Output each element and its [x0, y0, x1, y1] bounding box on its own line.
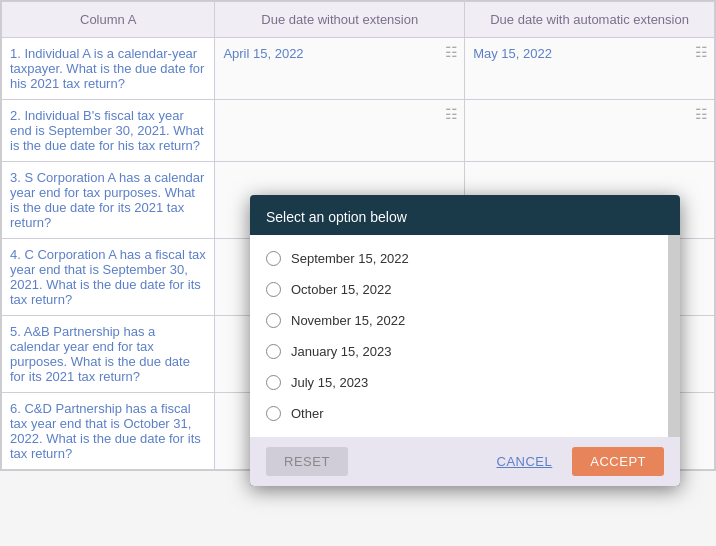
footer-right: CANCEL ACCEPT — [497, 447, 664, 476]
option-item[interactable]: July 15, 2023 — [250, 367, 668, 398]
option-radio[interactable] — [266, 282, 281, 297]
option-radio[interactable] — [266, 406, 281, 421]
option-radio[interactable] — [266, 313, 281, 328]
option-radio[interactable] — [266, 251, 281, 266]
option-label: January 15, 2023 — [291, 344, 391, 359]
option-label: Other — [291, 406, 324, 421]
options-dialog: Select an option below September 15, 202… — [250, 195, 680, 486]
option-item[interactable]: January 15, 2023 — [250, 336, 668, 367]
option-label: November 15, 2022 — [291, 313, 405, 328]
options-list[interactable]: September 15, 2022October 15, 2022Novemb… — [250, 235, 680, 437]
option-label: July 15, 2023 — [291, 375, 368, 390]
option-radio[interactable] — [266, 344, 281, 359]
reset-button[interactable]: RESET — [266, 447, 348, 476]
option-item[interactable]: Other — [250, 398, 668, 429]
option-item[interactable]: October 15, 2022 — [250, 274, 668, 305]
option-item[interactable]: September 15, 2022 — [250, 243, 668, 274]
dialog-title: Select an option below — [250, 195, 680, 235]
option-item[interactable]: November 15, 2022 — [250, 305, 668, 336]
option-radio[interactable] — [266, 375, 281, 390]
cancel-button[interactable]: CANCEL — [497, 454, 553, 469]
dialog-footer: RESET CANCEL ACCEPT — [250, 437, 680, 486]
option-label: October 15, 2022 — [291, 282, 391, 297]
accept-button[interactable]: ACCEPT — [572, 447, 664, 476]
option-label: September 15, 2022 — [291, 251, 409, 266]
dialog-overlay: Select an option below September 15, 202… — [0, 0, 716, 546]
